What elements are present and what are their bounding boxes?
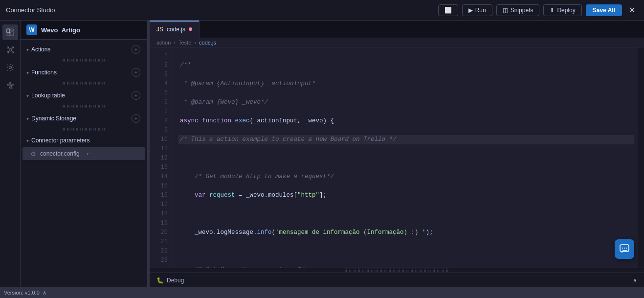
- tab-filename: code.js: [167, 26, 185, 33]
- js-file-icon: JS: [156, 26, 163, 33]
- connector-config-label: conector.config: [40, 150, 80, 157]
- version-label: Version: v1.0.0: [4, 290, 40, 296]
- drag-handle-actions: ⠿⠿⠿⠿⠿⠿⠿⠿⠿⠿: [21, 57, 147, 65]
- activity-plugins[interactable]: [2, 77, 18, 93]
- code-line: /**: [180, 61, 638, 70]
- debug-bar: 🐛 Debug ∧: [150, 273, 644, 287]
- sidebar-header: W Wevo_Artigo: [21, 21, 147, 40]
- code-line: * @param {Wevo} _wevo*/: [180, 98, 638, 107]
- svg-point-13: [9, 67, 11, 69]
- resize-handle[interactable]: [148, 21, 150, 287]
- debug-left: 🐛 Debug: [156, 277, 184, 284]
- chevron-lookup-icon: ▾: [26, 93, 29, 98]
- section-connector-params-label: Connector parameters: [31, 137, 89, 144]
- sidebar-title: Wevo_Artigo: [41, 26, 80, 34]
- activity-bar: [0, 21, 21, 287]
- svg-point-17: [626, 248, 627, 249]
- code-line: var request = _wevo.modules["http"];: [180, 191, 638, 200]
- status-bar: Version: v1.0.0 ∧: [0, 287, 644, 298]
- deploy-button[interactable]: ⬆ Deploy: [543, 4, 581, 16]
- code-line: /* Get module http to make a request*/: [180, 172, 638, 182]
- section-header-dynamic-storage[interactable]: ▾ Dynamic Storage +: [22, 111, 145, 126]
- svg-point-16: [624, 248, 625, 249]
- code-content[interactable]: /** * @param {ActionInput} _actionInput*…: [173, 47, 638, 268]
- expand-icon[interactable]: ∧: [43, 290, 46, 296]
- chat-bubble-button[interactable]: [615, 239, 634, 259]
- section-lookup-label: Lookup table: [31, 92, 65, 99]
- app-title: Connector Studio: [6, 6, 55, 14]
- chevron-functions-icon: ▾: [26, 70, 29, 75]
- chevron-connector-params-icon: ▾: [26, 138, 29, 143]
- code-line: [180, 247, 638, 256]
- svg-rect-2: [11, 32, 14, 36]
- section-dynamic-storage-label: Dynamic Storage: [31, 115, 76, 122]
- svg-rect-1: [11, 29, 14, 31]
- title-bar-right: ⬜ ▶ Run ◫ Snippets ⬆ Deploy Save All ✕: [438, 4, 638, 16]
- activity-settings[interactable]: [2, 60, 18, 75]
- run-button[interactable]: ▶ Run: [462, 4, 492, 16]
- main-layout: W Wevo_Artigo ▾ Actions + ⠿⠿⠿⠿⠿⠿⠿⠿⠿⠿ ▾ F…: [0, 21, 644, 287]
- debug-icon: 🐛: [156, 277, 164, 284]
- title-bar-left: Connector Studio: [6, 6, 55, 14]
- code-line: _wevo.logMessage.info('mensagem de infor…: [180, 228, 638, 237]
- sidebar-logo: W: [26, 24, 37, 35]
- section-header-functions[interactable]: ▾ Functions +: [22, 65, 145, 80]
- gear-icon: ⚙: [30, 150, 36, 158]
- arrow-right-indicator: ←: [86, 150, 92, 158]
- bottom-scroll: ⠿⠿⠿⠿⠿⠿⠿⠿⠿⠿⠿⠿⠿⠿⠿⠿⠿⠿⠿⠿⠿⠿⠿⠿: [150, 268, 644, 273]
- tab-bar: JS code.js: [150, 21, 644, 38]
- code-line: * @param {ActionInput} _actionInput*: [180, 79, 638, 89]
- code-line: [180, 209, 638, 219]
- breadcrumb: action › Teste › code.js: [150, 38, 644, 47]
- editor-area: JS code.js action › Teste › code.js 1234…: [150, 21, 644, 287]
- code-line: async function exec(_actionInput, _wevo)…: [180, 116, 638, 126]
- svg-rect-3: [7, 34, 10, 36]
- save-all-button[interactable]: Save All: [586, 4, 622, 16]
- unsaved-dot: [189, 27, 192, 31]
- snippets-icon: ◫: [503, 7, 508, 14]
- close-button[interactable]: ✕: [626, 4, 638, 16]
- add-dynamic-storage-button[interactable]: +: [132, 114, 140, 123]
- run-icon: ▶: [468, 7, 473, 14]
- svg-rect-0: [7, 29, 10, 33]
- drag-handle-dynamic-storage: ⠿⠿⠿⠿⠿⠿⠿⠿⠿⠿: [21, 126, 147, 134]
- code-line: [180, 154, 638, 163]
- sidebar: W Wevo_Artigo ▾ Actions + ⠿⠿⠿⠿⠿⠿⠿⠿⠿⠿ ▾ F…: [21, 21, 148, 287]
- section-header-lookup[interactable]: ▾ Lookup table +: [22, 88, 145, 103]
- code-middle: 12345 678910 1112131415 1617181920 21222…: [150, 47, 644, 268]
- section-header-actions[interactable]: ▾ Actions +: [22, 42, 145, 57]
- section-actions-label: Actions: [31, 46, 50, 53]
- sidebar-item-connector-config[interactable]: ⚙ conector.config ←: [22, 147, 145, 160]
- scrollbar-area[interactable]: [638, 47, 644, 268]
- line-numbers: 12345 678910 1112131415 1617181920 21222…: [150, 47, 173, 268]
- add-function-button[interactable]: +: [132, 68, 140, 77]
- deploy-icon: ⬆: [550, 7, 555, 14]
- activity-explorer[interactable]: [2, 24, 18, 40]
- chevron-actions-icon: ▾: [26, 47, 29, 52]
- code-scroll-wrapper: 12345 678910 1112131415 1617181920 21222…: [150, 47, 644, 273]
- add-lookup-button[interactable]: +: [132, 91, 140, 100]
- activity-connections[interactable]: [2, 42, 18, 58]
- sidebar-content: ▾ Actions + ⠿⠿⠿⠿⠿⠿⠿⠿⠿⠿ ▾ Functions + ⠿⠿⠿…: [21, 40, 147, 287]
- section-functions-label: Functions: [31, 69, 57, 76]
- chevron-dynamic-storage-icon: ▾: [26, 116, 29, 121]
- drag-handle-functions: ⠿⠿⠿⠿⠿⠿⠿⠿⠿⠿: [21, 80, 147, 88]
- section-header-connector-params[interactable]: ▾ Connector parameters: [22, 134, 145, 147]
- svg-point-15: [622, 248, 623, 249]
- debug-collapse-icon[interactable]: ∧: [633, 277, 637, 284]
- tab-code-js[interactable]: JS code.js: [150, 21, 200, 38]
- debug-label: Debug: [167, 277, 184, 284]
- status-left: Version: v1.0.0 ∧: [4, 290, 46, 296]
- snippets-button[interactable]: ◫ Snippets: [496, 4, 540, 16]
- code-line: /* This a action example to create a new…: [178, 135, 634, 144]
- add-action-button[interactable]: +: [132, 45, 140, 54]
- title-bar: Connector Studio ⬜ ▶ Run ◫ Snippets ⬆ De…: [0, 0, 644, 21]
- drag-handle-lookup: ⠿⠿⠿⠿⠿⠿⠿⠿⠿⠿: [21, 103, 147, 111]
- svg-point-4: [9, 49, 11, 51]
- fullscreen-button[interactable]: ⬜: [438, 4, 458, 16]
- fullscreen-icon: ⬜: [444, 7, 452, 14]
